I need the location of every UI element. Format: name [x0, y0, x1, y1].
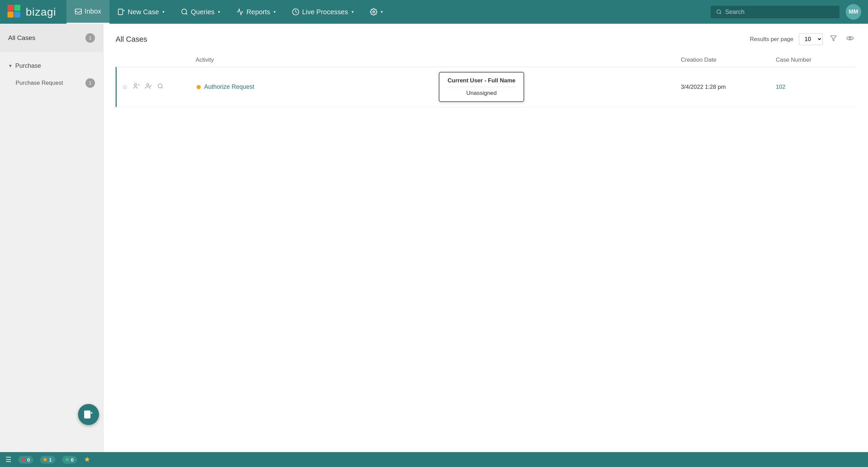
row-actions: ☆: [122, 83, 197, 91]
nav-reports-label: Reports: [246, 8, 270, 16]
svg-rect-2: [7, 12, 14, 18]
status-badge-yellow[interactable]: 1: [40, 456, 55, 464]
nav-live-processes[interactable]: Live Processes ▾: [284, 0, 362, 24]
main-content: All Cases Results per page 10 20 50: [103, 24, 868, 452]
col-user-header: [438, 57, 681, 63]
sidebar-purchase-group[interactable]: ▼ Purchase: [8, 59, 95, 73]
sidebar-section-purchase: ▼ Purchase Purchase Request 1: [0, 52, 103, 96]
yellow-dot: [43, 458, 47, 461]
nav-live-processes-label: Live Processes: [302, 8, 348, 16]
svg-rect-5: [118, 9, 122, 15]
live-processes-chevron: ▾: [352, 9, 354, 14]
sidebar-purchase-request[interactable]: Purchase Request 1: [8, 73, 95, 93]
creation-date-value: 3/4/2022 1:28 pm: [681, 84, 726, 90]
nav-queries[interactable]: Queries ▾: [173, 0, 228, 24]
new-case-chevron: ▾: [162, 9, 164, 14]
assign-action-icon[interactable]: [133, 83, 140, 91]
col-date-header: Creation Date: [681, 57, 776, 63]
nav-new-case-label: New Case: [128, 8, 159, 16]
hamburger-icon[interactable]: ☰: [5, 455, 12, 464]
bottom-bar: ☰ 0 1 0 ★: [0, 452, 868, 467]
svg-rect-0: [7, 5, 14, 11]
reports-icon: [236, 8, 244, 16]
svg-point-18: [849, 37, 851, 39]
case-number-value: 102: [776, 84, 785, 90]
green-count: 0: [71, 457, 74, 463]
live-processes-icon: [292, 8, 299, 16]
green-dot: [65, 458, 69, 461]
new-case-icon: [118, 8, 125, 16]
search-icon: [716, 9, 722, 15]
sidebar: All Cases 1 ▼ Purchase Purchase Request …: [0, 24, 103, 452]
queries-chevron: ▾: [218, 9, 220, 14]
settings-chevron: ▾: [381, 9, 383, 14]
logo[interactable]: bizagi: [7, 4, 56, 20]
inbox-icon: [75, 8, 82, 15]
fab-button[interactable]: [78, 404, 99, 425]
reports-chevron: ▾: [274, 9, 276, 14]
favorites-star-icon[interactable]: ★: [84, 455, 91, 464]
status-badge-red[interactable]: 0: [18, 456, 33, 464]
nav-reports[interactable]: Reports ▾: [228, 0, 284, 24]
main-controls: Results per page 10 20 50: [750, 33, 856, 45]
cases-table: Activity Creation Date Case Number ☆: [116, 53, 856, 107]
nav-queries-label: Queries: [191, 8, 215, 16]
all-cases-badge: 1: [85, 33, 95, 43]
filter-button[interactable]: [828, 34, 839, 45]
svg-point-23: [158, 84, 162, 88]
table-header: Activity Creation Date Case Number: [116, 53, 856, 67]
col-case-header: Case Number: [776, 57, 850, 63]
queries-icon: [181, 8, 188, 16]
bizagi-logo-icon: [7, 4, 22, 20]
activity-cell[interactable]: Authorize Request: [197, 83, 439, 90]
search-input[interactable]: [725, 8, 834, 16]
activity-status-dot: [197, 85, 201, 89]
nav-inbox[interactable]: Inbox: [66, 0, 110, 24]
svg-line-9: [186, 13, 187, 15]
activity-label: Authorize Request: [204, 83, 254, 90]
nav-settings[interactable]: ▾: [362, 0, 391, 24]
results-per-page-label: Results per page: [750, 36, 793, 43]
case-number-cell[interactable]: 102: [776, 84, 850, 90]
svg-rect-1: [14, 5, 20, 11]
svg-point-11: [373, 11, 375, 13]
avatar-initials: MM: [849, 8, 858, 15]
search-box[interactable]: [711, 6, 840, 18]
svg-point-8: [182, 9, 187, 14]
nav-new-case[interactable]: New Case ▾: [110, 0, 173, 24]
user-avatar[interactable]: MM: [846, 4, 861, 20]
view-button[interactable]: [844, 33, 856, 45]
status-badge-green[interactable]: 0: [62, 456, 77, 464]
logo-text: bizagi: [26, 6, 56, 18]
svg-marker-17: [831, 36, 836, 41]
purchase-arrow-icon: ▼: [8, 63, 13, 68]
col-activity-header: Activity: [196, 57, 438, 63]
svg-line-24: [161, 87, 162, 88]
page-title: All Cases: [116, 35, 147, 44]
eye-icon: [846, 35, 854, 42]
svg-point-22: [146, 84, 149, 86]
main-header: All Cases Results per page 10 20 50: [116, 33, 856, 45]
search-case-icon[interactable]: [157, 83, 163, 91]
delegate-action-icon[interactable]: [145, 83, 152, 91]
svg-point-12: [717, 10, 721, 14]
purchase-group-label: Purchase: [15, 62, 41, 69]
red-count: 0: [27, 457, 30, 463]
main-layout: All Cases 1 ▼ Purchase Purchase Request …: [0, 24, 868, 452]
svg-rect-3: [14, 12, 20, 18]
popup-header: Current User - Full Name: [448, 77, 515, 87]
nav-inbox-label: Inbox: [85, 7, 101, 15]
results-per-page-select[interactable]: 10 20 50: [799, 33, 823, 45]
all-cases-label: All Cases: [8, 34, 35, 42]
svg-rect-14: [84, 411, 90, 418]
yellow-count: 1: [49, 457, 52, 463]
svg-point-19: [134, 84, 137, 86]
col-actions-header: [121, 57, 196, 63]
star-action-icon[interactable]: ☆: [122, 83, 127, 91]
purchase-request-label: Purchase Request: [16, 80, 63, 86]
settings-icon: [370, 8, 377, 16]
sidebar-all-cases[interactable]: All Cases 1: [0, 24, 103, 52]
popup-value: Unassigned: [448, 90, 515, 97]
red-dot: [22, 458, 25, 461]
user-popup-cell: Current User - Full Name Unassigned: [439, 72, 681, 102]
